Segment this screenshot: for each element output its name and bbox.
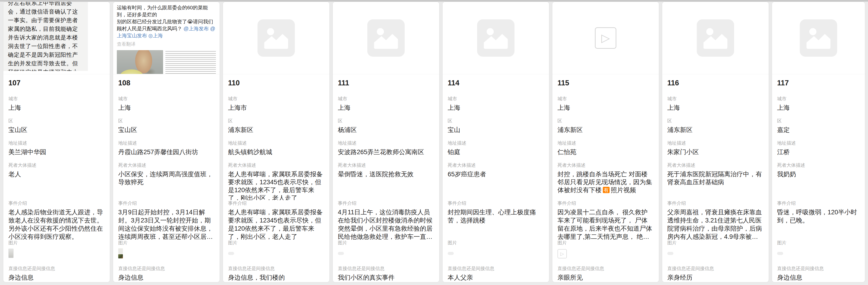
field-label-address: 地址描述 bbox=[777, 140, 860, 146]
field-value-address: 仁怡苑 bbox=[557, 148, 654, 156]
field-value-city: 上海市 bbox=[228, 104, 324, 112]
field-value-address: 安波路265弄兰花教师公寓南区 bbox=[338, 148, 434, 156]
field-value-city: 上海 bbox=[448, 104, 544, 112]
field-label-event: 事件介绍 bbox=[228, 200, 324, 206]
card-cover[interactable] bbox=[662, 2, 769, 74]
field-value-victim: 晕倒昏迷，送医院抢救无效 bbox=[338, 170, 434, 178]
dense-text-image bbox=[165, 51, 216, 74]
attachment-thumbnail[interactable] bbox=[777, 252, 783, 255]
field-label-district: 区 bbox=[8, 118, 105, 124]
field-label-event: 事件介绍 bbox=[777, 200, 860, 206]
record-card-117[interactable]: 117 城市上海 区嘉定 地址描述江桥 死者大体描述我奶奶 事件介绍昏迷，呼吸微… bbox=[772, 2, 865, 282]
image-placeholder-icon bbox=[367, 20, 405, 57]
field-value-direct: 亲身经历 bbox=[667, 274, 764, 282]
field-value-address: 美兰湖中华园 bbox=[8, 148, 105, 156]
attachment-thumbnail[interactable] bbox=[448, 252, 454, 255]
attachment-thumbnail[interactable] bbox=[118, 254, 123, 258]
field-label-event: 事件介绍 bbox=[667, 200, 764, 206]
field-label-direct: 直接信息还是间接信息 bbox=[8, 265, 105, 272]
field-value-address: 航头镇鹤沙航城 bbox=[228, 148, 324, 156]
field-label-direct: 直接信息还是间接信息 bbox=[448, 265, 544, 272]
field-label-direct: 直接信息还是间接信息 bbox=[338, 265, 434, 272]
field-label-photo: 图片 bbox=[557, 240, 654, 246]
attachment-thumbnail[interactable] bbox=[118, 248, 123, 254]
field-label-photo: 图片 bbox=[338, 240, 434, 246]
video-attachment-thumbnail[interactable]: ▷ bbox=[557, 249, 567, 258]
field-label-district: 区 bbox=[448, 118, 544, 124]
card-cover[interactable]: 运输有时间，为什么跟居委会的60的菜能到，还好多是烂的 别的区都已经分发过几批物… bbox=[113, 2, 220, 74]
record-card-115[interactable]: ▷ 115 城市上海 区浦东新区 地址描述仁怡苑 死者大体描述 封控，跳楼自杀当… bbox=[552, 2, 659, 282]
field-value-district: 浦东新区 bbox=[667, 126, 764, 134]
field-label-victim: 死者大体描述 bbox=[777, 162, 860, 168]
field-label-photo: 图片 bbox=[448, 240, 544, 246]
card-body: 108 城市上海 区宝山区 地址描述丹霞山路257弄馨佳园八街坊 死者大体描述小… bbox=[113, 79, 220, 282]
gallery-card-row: 分左右联系上中华西居委会，通过微信语音确认了这一事实。由于需要保护患者家属的隐私… bbox=[0, 2, 868, 282]
card-body: 107 城市上海 区宝山区 地址描述美兰湖中华园 死者大体描述老人 事件介绍老人… bbox=[3, 79, 110, 282]
video-placeholder-icon: ▷ bbox=[595, 27, 616, 49]
field-label-district: 区 bbox=[557, 118, 654, 124]
field-label-city: 城市 bbox=[118, 96, 215, 102]
field-value-victim: 65岁癌症患者 bbox=[448, 170, 544, 178]
card-cover[interactable] bbox=[772, 2, 865, 74]
field-label-event: 事件介绍 bbox=[118, 200, 215, 206]
field-label-direct: 直接信息还是间接信息 bbox=[777, 265, 860, 272]
attachment-thumbnail[interactable] bbox=[228, 252, 234, 255]
post-media-row bbox=[117, 50, 216, 74]
field-value-event: 因为凌晨十二点自杀， 很久救护车来了可能看到现场死了， 尸体留在原地，后来半夜也… bbox=[557, 208, 654, 240]
field-label-district: 区 bbox=[667, 118, 764, 124]
attachment-thumbnail[interactable] bbox=[667, 252, 673, 255]
field-label-district: 区 bbox=[777, 118, 860, 124]
field-label-victim: 死者大体描述 bbox=[8, 162, 105, 168]
card-cover[interactable] bbox=[333, 2, 439, 74]
field-value-event: 封控期间因生理、心理上极度痛苦，选择跳楼 bbox=[448, 208, 544, 224]
field-label-address: 地址描述 bbox=[118, 140, 215, 146]
field-value-city: 上海 bbox=[667, 104, 764, 112]
attachment-thumbnails[interactable] bbox=[118, 248, 215, 258]
card-cover[interactable]: 分左右联系上中华西居委会，通过微信语音确认了这一事实。由于需要保护患者家属的隐私… bbox=[3, 2, 110, 74]
field-label-city: 城市 bbox=[777, 96, 860, 102]
card-cover[interactable]: ▷ bbox=[552, 2, 659, 74]
record-number: 110 bbox=[228, 79, 324, 90]
see-translation-link[interactable]: 查看翻译 bbox=[117, 41, 216, 47]
field-label-direct: 直接信息还是间接信息 bbox=[118, 265, 215, 272]
field-label-city: 城市 bbox=[8, 96, 105, 102]
attachment-thumbnail[interactable] bbox=[8, 249, 13, 258]
record-number: 116 bbox=[667, 79, 764, 90]
record-card-116[interactable]: 116 城市上海 区浦东新区 地址描述朱家门小区 死者大体描述死于浦东医院新冠隔… bbox=[662, 2, 769, 282]
field-label-address: 地址描述 bbox=[338, 140, 434, 146]
field-value-victim: 小区保安，连续两周高强度值班，导致猝死 bbox=[118, 170, 215, 186]
field-label-direct: 直接信息还是间接信息 bbox=[228, 265, 324, 272]
record-card-111[interactable]: 111 城市上海 区杨浦区 地址描述安波路265弄兰花教师公寓南区 死者大体描述… bbox=[333, 2, 439, 282]
record-card-107[interactable]: 分左右联系上中华西居委会，通过微信语音确认了这一事实。由于需要保护患者家属的隐私… bbox=[3, 2, 110, 282]
field-label-photo: 图片 bbox=[8, 240, 105, 246]
card-cover[interactable] bbox=[442, 2, 549, 74]
field-label-city: 城市 bbox=[667, 96, 764, 102]
field-label-photo: 图片 bbox=[667, 240, 764, 246]
play-icon: ▷ bbox=[560, 251, 564, 256]
card-body: 115 城市上海 区浦东新区 地址描述仁怡苑 死者大体描述 封控，跳楼自杀当场死… bbox=[552, 79, 659, 282]
card-body: 116 城市上海 区浦东新区 地址描述朱家门小区 死者大体描述死于浦东医院新冠隔… bbox=[662, 79, 769, 282]
field-value-city: 上海 bbox=[118, 104, 215, 112]
record-number: 111 bbox=[338, 79, 434, 90]
field-value-address: 铂庭 bbox=[448, 148, 544, 156]
page-top-band bbox=[0, 0, 868, 2]
field-value-district: 嘉定 bbox=[777, 126, 860, 134]
field-label-photo: 图片 bbox=[228, 240, 324, 246]
card-cover[interactable] bbox=[223, 2, 330, 74]
record-card-110[interactable]: 110 城市上海市 区浦东新区 地址描述航头镇鹤沙航城 死者大体描述老人患有哮喘… bbox=[223, 2, 330, 282]
card-body: 117 城市上海 区嘉定 地址描述江桥 死者大体描述我奶奶 事件介绍昏迷，呼吸微… bbox=[772, 79, 865, 282]
field-label-photo: 图片 bbox=[118, 240, 215, 246]
field-label-victim: 死者大体描述 bbox=[448, 162, 544, 168]
record-card-114[interactable]: 114 城市上海 区宝山 地址描述铂庭 死者大体描述65岁癌症患者 事件介绍封控… bbox=[442, 2, 549, 282]
record-card-108[interactable]: 运输有时间，为什么跟居委会的60的菜能到，还好多是烂的 别的区都已经分发过几批物… bbox=[113, 2, 220, 282]
field-label-event: 事件介绍 bbox=[8, 200, 105, 206]
attachment-thumbnail[interactable] bbox=[338, 252, 344, 255]
card-body: 111 城市上海 区杨浦区 地址描述安波路265弄兰花教师公寓南区 死者大体描述… bbox=[333, 79, 439, 282]
field-value-event: 父亲周嘉祖，肾衰且瘫痪在床靠血透维持生命，3.21住进第七人民医院肾病科治疗，由… bbox=[667, 208, 764, 240]
field-value-address: 朱家门小区 bbox=[667, 148, 764, 156]
post-line1: 运输有时间，为什么跟居委会的60的菜能到，还好多是烂的 bbox=[117, 5, 208, 17]
cover-screenshot-text: 分左右联系上中华西居委会，通过微信语音确认了这一事实。由于需要保护患者家属的隐私… bbox=[8, 2, 83, 71]
card-body: 110 城市上海市 区浦东新区 地址描述航头镇鹤沙航城 死者大体描述老人患有哮喘… bbox=[223, 79, 330, 282]
field-value-event: 3月9日起开始封控，3月14日解封。3月23日又一轮封控开始，期间这位保安始终没… bbox=[118, 208, 215, 240]
field-label-address: 地址描述 bbox=[8, 140, 105, 146]
